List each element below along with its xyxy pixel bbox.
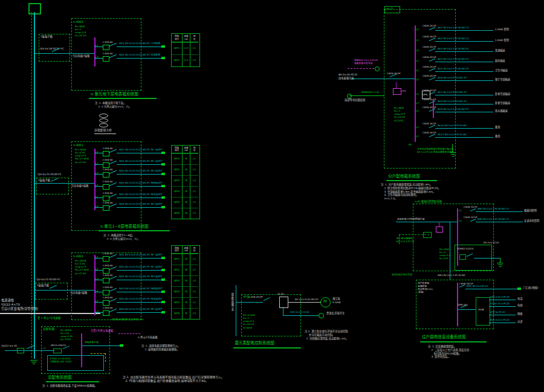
cell: L1 [190, 42, 198, 54]
tray-label: 电缆桥架引至水泵房 [392, 273, 412, 276]
circuit-label: WL8 BV-3×4-PC20-WC.FC [438, 100, 467, 103]
title-underline [233, 347, 301, 349]
cell: 8 [182, 265, 190, 275]
unit-panel-tag: nAL户 [386, 7, 393, 11]
wire [476, 222, 523, 222]
wire [435, 95, 493, 95]
meter-box-b-specs: Pe=48kW Kx=0.58 cosφ=0.9 Pjs=27.8kW Ijs=… [75, 148, 89, 164]
cell: 8 [182, 153, 190, 164]
breaker-label: C45N-60 [103, 147, 113, 150]
phase-label: L3 [416, 49, 419, 52]
end-terminal [161, 45, 165, 48]
main-incoming-label: YJV22-4×70 [1, 344, 17, 348]
circuit-label: WL7 BV-3×4-PC20-WC.FC [438, 91, 467, 94]
info-panel-title: 住户弱电信息设备系统图 [422, 335, 466, 340]
table-header: 回路 编号 容量 kW 相 别 [172, 146, 199, 153]
breaker-label: C45N-60 [103, 286, 113, 289]
load-label: 走道声控照明 [524, 219, 539, 222]
meter-box-c-tag: n-AW2 [73, 254, 83, 259]
table-body: WX1 8 L1 WX2 8 L2 WX3 8 L3 WX4 [172, 254, 199, 319]
main-meter-label: DT862-3×10(40)A 三相四线 LMZ 150/5 [50, 357, 72, 363]
cell: 8 [182, 297, 190, 308]
meter-box-b-tag: n-AW1 [73, 143, 83, 147]
wire [117, 207, 161, 208]
circuit-label: WX6 BV-3×10-SC25-WC/FC 至六层住户 [119, 308, 163, 311]
float-switch-label: 至液位浮球开关 [326, 312, 345, 315]
cell: L1 [190, 153, 198, 164]
col-header: 相 别 [190, 246, 198, 254]
title-underline [386, 180, 437, 181]
table-row: WX3 8 L3 [172, 275, 199, 286]
cell: WX2 [172, 54, 182, 66]
electrical-schematic-canvas: 电源进线 YJV22-4×70 引自小区变电所(穿管埋地) 至 n 单元2号电表… [0, 0, 544, 392]
feeder-b-wire-label: YJV-4×25-SC40-FC [37, 173, 62, 176]
wire [283, 307, 283, 315]
wire [117, 58, 161, 59]
phase-label: L1 [416, 28, 419, 31]
rcd-label: DPN [423, 93, 427, 96]
breaker-label: C45N-60 [103, 265, 113, 268]
cell: WX5 [172, 297, 182, 308]
kwh-meter-icon [459, 254, 466, 260]
main-box-title: 总配电系统图 [48, 375, 72, 381]
breaker-label: C45N-60 [103, 202, 113, 205]
table-row: WX1 8 L1 [172, 153, 199, 164]
load-label: 客厅空调插座 [495, 78, 510, 81]
phase-label: L2 [416, 135, 419, 138]
circuit-label: WX3 BV-3×10-SC25-WC/FC 至三层住户 [119, 275, 163, 278]
stair-meter-label: DD862-5(20)A [457, 247, 473, 250]
phase-label: L1 [96, 44, 99, 47]
sleeve-symbol [99, 123, 108, 127]
unit-panel-title: 分户配电箱系统图 [388, 174, 420, 179]
control-wire-label: KVV-4×1.5-SC20 [290, 310, 309, 313]
wire [117, 198, 161, 198]
phase-label: L2 [96, 268, 99, 271]
unit-incoming-label: BV-3×10-PC32 由电表箱引来 [338, 73, 357, 80]
breaker-label: C45N-60 [103, 252, 113, 255]
circuit-label: WL5 BV-3×2.5-PC20-WC.FC [438, 68, 469, 71]
pe-label: PE [409, 143, 412, 147]
kwh-meter-icon [103, 310, 109, 316]
branch-label: 至二单元楼梯间 BV-3×2.5-PC16 [397, 237, 414, 243]
busbar [415, 25, 416, 142]
wire [435, 137, 493, 138]
feeder-a-wire-label: YJV-4×16-SC32-FC [40, 47, 64, 51]
end-terminal [161, 163, 165, 165]
kwh-meter-icon [103, 184, 109, 190]
table-row: WX2 8 L2 [172, 164, 199, 175]
circuit-label: WX5 BV-3×10-SC25-WC/FC 至五层住户 [119, 193, 163, 196]
wire [435, 30, 493, 31]
pump-title: 潜污泵配电控制系统图 [235, 341, 274, 346]
kwh-meter-icon [103, 151, 109, 156]
table-header: 回路 编号 容量 kW 相 别 [172, 34, 199, 42]
end-terminal [120, 344, 123, 347]
pulse-terminal-icon [375, 66, 380, 71]
info-panel-header: 住户信息箱 嵌墙暗装 底边距地0.5m (预留) [418, 281, 433, 294]
phase-label: L1 [416, 126, 419, 129]
pump-notes: 注:1. 潜污泵由液位浮球开关自动控制, 并可在箱面手动控制。 2. 控制箱挂墙… [305, 330, 349, 340]
link-label-white: n 单元2号电表箱 [138, 336, 158, 339]
wire [117, 258, 161, 259]
col-header: 容量 kW [182, 146, 190, 153]
busbar [94, 149, 96, 210]
load-label: 卧室空调插座 [495, 101, 510, 104]
info-input-breaker-label: DPN-16A [458, 303, 468, 306]
cell: 8 [182, 186, 190, 197]
main-box-tag: 总配电箱 [43, 327, 54, 331]
col-header: 回路 编号 [172, 146, 182, 153]
wire [465, 289, 517, 289]
load-label: 普通插座 [495, 49, 505, 52]
cell: 8 [182, 308, 190, 319]
output-label: 网络 [517, 312, 522, 315]
pulse-signal-label: 预留RVV-4×1.0-PC20 电能表脉冲信号线 [354, 59, 378, 65]
pump-breaker-label: C45N-20/3P [249, 295, 263, 298]
end-terminal [161, 152, 165, 154]
cell: L2 [190, 265, 198, 275]
wire [117, 174, 161, 175]
wire [435, 112, 493, 112]
phase-label: L3 [96, 172, 99, 175]
cell: 8 [182, 254, 190, 265]
phase-label: L3 [416, 109, 419, 112]
col-header: 容量 kW [182, 246, 190, 254]
stair-incoming-label: 由电表箱公共照明回路引来 [397, 217, 425, 220]
